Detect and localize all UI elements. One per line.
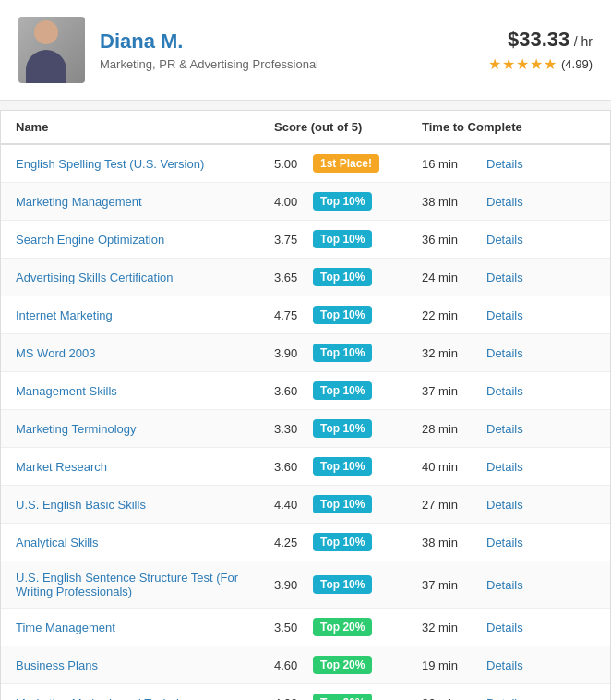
score-value: 4.00 [274,195,304,209]
star-4: ★ [530,55,543,73]
time-value: 32 min [422,621,468,634]
score-value: 4.60 [274,658,304,672]
test-name[interactable]: Time Management [16,621,274,634]
badge-top10: Top 10% [313,575,372,594]
details-link[interactable]: Details [486,384,523,398]
test-name[interactable]: Market Research [16,460,274,474]
table-row: U.S. English Sentence Structure Test (Fo… [1,561,610,609]
time-cell: 24 min Details [422,271,595,284]
score-cell: 5.00 1st Place! [274,154,422,173]
table-row: Advertising Skills Certification 3.65 To… [1,259,610,296]
test-name[interactable]: Business Plans [16,658,274,672]
details-link[interactable]: Details [486,308,523,322]
score-value: 3.90 [274,346,304,360]
time-value: 22 min [422,308,468,322]
time-value: 38 min [422,195,468,209]
table-row: Market Research 3.60 Top 10% 40 min Deta… [1,448,610,486]
star-3: ★ [516,55,529,73]
details-link[interactable]: Details [486,658,523,672]
star-rating: ★ ★ ★ ★ ★ (4.99) [488,55,593,73]
time-cell: 32 min Details [422,346,595,360]
badge-top10: Top 10% [313,419,372,438]
time-cell: 37 min Details [422,578,595,592]
star-2: ★ [502,55,515,73]
time-value: 38 min [422,536,468,549]
details-link[interactable]: Details [486,536,523,549]
badge-top10: Top 10% [313,230,372,248]
badge-top10: Top 10% [313,306,372,324]
test-name[interactable]: English Spelling Test (U.S. Version) [16,157,274,171]
score-value: 3.60 [274,460,304,474]
test-name[interactable]: Search Engine Optimization [16,233,274,247]
profile-header: Diana M. Marketing, PR & Advertising Pro… [0,0,611,101]
time-value: 37 min [422,384,468,398]
time-value: 16 min [422,157,468,171]
score-value: 5.00 [274,157,304,171]
score-cell: 4.00 Top 10% [274,192,422,211]
score-cell: 4.00 Top 20% [274,694,422,700]
time-value: 19 min [422,658,468,672]
time-value: 32 min [422,346,468,360]
score-cell: 3.75 Top 10% [274,230,422,248]
test-name[interactable]: Internet Marketing [16,308,274,322]
table-row: Management Skills 3.60 Top 10% 37 min De… [1,372,610,410]
rate-unit: / hr [574,34,593,49]
time-cell: 37 min Details [422,384,595,398]
test-name[interactable]: Marketing Terminology [16,422,274,436]
col-score-header: Score (out of 5) [274,120,422,134]
details-link[interactable]: Details [486,422,523,436]
score-value: 3.60 [274,384,304,398]
details-link[interactable]: Details [486,233,523,247]
test-name[interactable]: Management Skills [16,384,274,398]
badge-top20: Top 20% [313,656,372,674]
table-row: Time Management 3.50 Top 20% 32 min Deta… [1,609,610,646]
test-name[interactable]: U.S. English Basic Skills [16,498,274,512]
details-link[interactable]: Details [486,157,523,171]
badge-top10: Top 10% [313,381,372,400]
details-link[interactable]: Details [486,460,523,474]
time-cell: 38 min Details [422,536,595,549]
details-link[interactable]: Details [486,195,523,209]
table-header: Name Score (out of 5) Time to Complete [1,111,610,145]
score-cell: 3.65 Top 10% [274,268,422,286]
details-link[interactable]: Details [486,346,523,360]
details-link[interactable]: Details [486,578,523,592]
profile-name: Diana M. [100,30,488,54]
score-value: 3.90 [274,578,304,592]
test-name[interactable]: Marketing Methods and Techniques [16,696,274,701]
test-name[interactable]: Advertising Skills Certification [16,271,274,284]
details-link[interactable]: Details [486,696,523,701]
badge-top20: Top 20% [313,694,372,700]
test-name[interactable]: Analytical Skills [16,536,274,549]
badge-1st: 1st Place! [313,154,379,173]
table-row: Marketing Terminology 3.30 Top 10% 28 mi… [1,410,610,448]
star-1: ★ [488,55,501,73]
details-link[interactable]: Details [486,271,523,284]
time-value: 26 min [422,696,468,701]
details-link[interactable]: Details [486,621,523,634]
table-row: Internet Marketing 4.75 Top 10% 22 min D… [1,296,610,334]
time-value: 24 min [422,271,468,284]
time-value: 27 min [422,498,468,512]
col-name-header: Name [16,120,274,134]
time-cell: 36 min Details [422,233,595,247]
rate-display: $33.33 / hr [488,28,593,52]
score-cell: 4.40 Top 10% [274,495,422,513]
table-body: English Spelling Test (U.S. Version) 5.0… [1,145,610,700]
time-cell: 38 min Details [422,195,595,209]
test-name[interactable]: U.S. English Sentence Structure Test (Fo… [16,571,274,598]
badge-top10: Top 10% [313,268,372,286]
table-row: Marketing Methods and Techniques 4.00 To… [1,684,610,700]
time-cell: 40 min Details [422,460,595,474]
test-name[interactable]: MS Word 2003 [16,346,274,360]
score-value: 3.30 [274,422,304,436]
profile-rate: $33.33 / hr ★ ★ ★ ★ ★ (4.99) [488,28,593,73]
time-cell: 16 min Details [422,157,595,171]
score-cell: 3.30 Top 10% [274,419,422,438]
details-link[interactable]: Details [486,498,523,512]
profile-info: Diana M. Marketing, PR & Advertising Pro… [100,30,488,71]
test-name[interactable]: Marketing Management [16,195,274,209]
rate-value: $33.33 [508,28,569,51]
table-row: Business Plans 4.60 Top 20% 19 min Detai… [1,646,610,684]
score-cell: 3.60 Top 10% [274,457,422,476]
